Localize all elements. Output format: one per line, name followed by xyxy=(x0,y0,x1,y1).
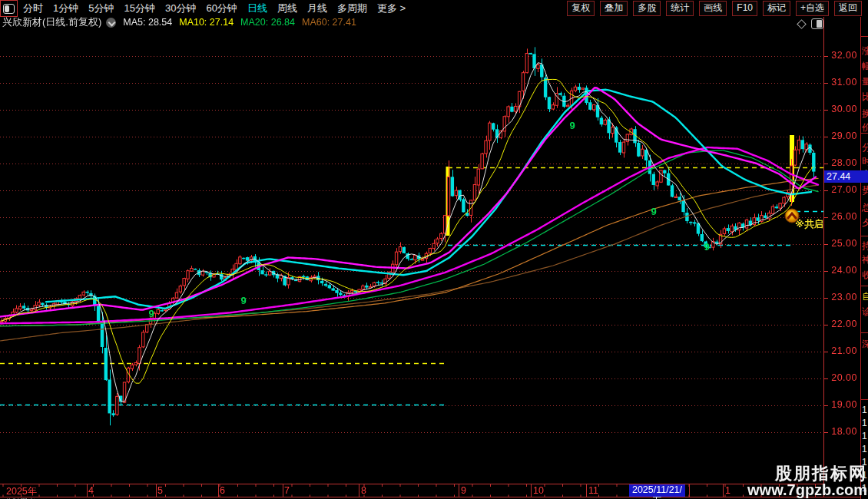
strip-text-fragment[interactable]: 1 xyxy=(862,418,867,428)
strip-text-fragment[interactable]: 1 xyxy=(862,405,867,415)
ma-value: MA10: 27.14 xyxy=(179,17,234,28)
chevron-down-icon[interactable] xyxy=(106,18,116,28)
price-axis-label: 23.00 xyxy=(825,292,857,302)
strip-text-fragment[interactable]: 收 xyxy=(862,269,868,282)
strip-text-fragment[interactable]: 幅 xyxy=(862,60,868,73)
toolbar-button-叠加[interactable]: 叠加 xyxy=(600,1,628,16)
toolbar-button-复权[interactable]: 复权 xyxy=(567,1,595,16)
strip-text-fragment[interactable]: 神 xyxy=(862,253,868,266)
month-label-9: 9 xyxy=(461,485,466,496)
period-tab-分时[interactable]: 分时 xyxy=(23,2,43,15)
strip-text-fragment[interactable]: 自 xyxy=(862,290,868,303)
period-tab-日线[interactable]: 日线 xyxy=(247,2,267,15)
signal-label: ※共启 xyxy=(795,218,823,231)
toolbar-button-返回[interactable]: 返回 xyxy=(834,1,862,16)
trading-app-window: 分时1分钟5分钟15分钟30分钟60分钟日线周线月线多周期更多 > 复权叠加多股… xyxy=(0,0,868,499)
price-axis-label: 19.00 xyxy=(825,399,857,410)
strip-text-fragment[interactable]: 1 xyxy=(862,431,867,441)
toolbar-button-画线[interactable]: 画线 xyxy=(699,1,727,16)
price-axis-label: 29.00 xyxy=(825,131,857,141)
period-tab-月线[interactable]: 月线 xyxy=(307,2,327,15)
period-tab-周线[interactable]: 周线 xyxy=(277,2,297,15)
toolbar-button-标记[interactable]: 标记 xyxy=(763,1,790,16)
layout-toggle-button[interactable] xyxy=(0,0,18,17)
strip-divider xyxy=(861,332,868,333)
strip-text-fragment[interactable]: 夕 xyxy=(862,216,868,230)
period-tab-30分钟[interactable]: 30分钟 xyxy=(165,2,196,15)
price-axis-label: 27.00 xyxy=(825,184,857,195)
top-toolbar: 分时1分钟5分钟15分钟30分钟60分钟日线周线月线多周期更多 > 复权叠加多股… xyxy=(0,0,868,17)
split-pane-icon xyxy=(3,4,15,14)
ma-value: MA20: 26.84 xyxy=(240,17,295,28)
ma-values: MA5: 28.54MA10: 27.14MA20: 26.84MA60: 27… xyxy=(116,17,356,28)
toolbar-button-+自选[interactable]: +自选 xyxy=(796,1,829,16)
panel-toggle-icon[interactable] xyxy=(811,18,823,29)
strip-divider xyxy=(861,399,868,400)
ma-value: MA5: 28.54 xyxy=(123,17,172,28)
price-axis-label: 31.00 xyxy=(825,77,857,88)
price-axis-label: 26.00 xyxy=(825,211,857,222)
period-tab-15分钟[interactable]: 15分钟 xyxy=(124,2,154,15)
period-tab-1分钟[interactable]: 1分钟 xyxy=(53,2,78,15)
month-label-7: 7 xyxy=(284,485,290,496)
month-label-10: 10 xyxy=(533,485,544,496)
period-tab-60分钟[interactable]: 60分钟 xyxy=(206,2,237,15)
price-axis-label: 30.00 xyxy=(825,104,857,114)
stock-title: 兴欣新材(日线.前复权) xyxy=(2,15,101,29)
period-tabs: 分时1分钟5分钟15分钟30分钟60分钟日线周线月线多周期更多 > xyxy=(23,0,406,17)
strip-text-fragment[interactable]: 涨 xyxy=(862,45,868,58)
strip-text-fragment[interactable]: 分 xyxy=(862,141,868,154)
price-axis-label: 22.00 xyxy=(825,319,857,329)
toolbar-right-buttons: 复权叠加多股统计画线F10标记+自选返回 xyxy=(567,1,862,16)
strip-text-fragment[interactable]: 价 xyxy=(862,121,868,134)
period-tab-5分钟[interactable]: 5分钟 xyxy=(88,2,114,15)
period-tab-更多[interactable]: 更多 > xyxy=(377,2,406,15)
watermark-url: www.7gpzb.com xyxy=(747,482,867,498)
price-axis-label: 24.00 xyxy=(825,265,857,276)
right-sidebar-clipped[interactable]: 涨幅量比换价分时走势总夕持神收自诊深1111111 xyxy=(860,0,868,499)
strip-text-fragment[interactable]: 比 xyxy=(862,91,868,104)
strip-text-fragment[interactable]: 深 xyxy=(862,338,868,351)
month-label-11: 11 xyxy=(588,485,598,496)
month-label-4: 4 xyxy=(88,485,94,496)
price-axis-label: 28.00 xyxy=(825,157,857,168)
watermark: 股朋指标网 www.7gpzb.com xyxy=(747,464,867,498)
month-label-6: 6 xyxy=(220,485,225,496)
strip-text-fragment[interactable]: 势 xyxy=(862,184,868,197)
current-price-tag: 27.44 xyxy=(824,170,868,183)
toolbar-button-F10[interactable]: F10 xyxy=(732,1,757,16)
month-label-partial: 1 xyxy=(725,485,731,496)
strip-text-fragment[interactable]: 时 xyxy=(862,155,868,168)
price-axis-label: 25.00 xyxy=(825,238,857,249)
time-axis: 2025年 2025/11/21/五 分时图表 45678910111 xyxy=(0,484,868,499)
toolbar-button-统计[interactable]: 统计 xyxy=(666,1,694,16)
candlestick-chart-canvas[interactable] xyxy=(0,0,868,499)
strip-divider xyxy=(861,286,868,286)
price-axis-label: 21.00 xyxy=(825,345,857,356)
strip-divider xyxy=(861,36,868,37)
month-label-8: 8 xyxy=(361,485,366,496)
period-tab-多周期[interactable]: 多周期 xyxy=(337,2,367,15)
strip-text-fragment[interactable]: 总 xyxy=(862,201,868,214)
strip-text-fragment[interactable]: 量 xyxy=(862,75,868,88)
month-label-5: 5 xyxy=(157,485,163,496)
watermark-site-name: 股朋指标网 xyxy=(747,464,867,482)
strip-text-fragment[interactable]: 诊 xyxy=(862,306,868,319)
price-axis-label: 32.00 xyxy=(825,50,857,61)
strip-text-fragment[interactable]: 持 xyxy=(862,240,868,253)
strip-text-fragment[interactable]: 换 xyxy=(862,107,868,121)
price-axis-label: 18.00 xyxy=(825,426,857,437)
strip-divider xyxy=(861,236,868,236)
strip-text-fragment[interactable]: 1 xyxy=(862,444,867,454)
info-bar: 兴欣新材(日线.前复权) MA5: 28.54MA10: 27.14MA20: … xyxy=(0,17,823,28)
date-tag: 2025/11/21/五 xyxy=(629,484,685,497)
toolbar-button-多股[interactable]: 多股 xyxy=(633,1,661,16)
price-axis-label: 20.00 xyxy=(825,372,857,383)
ma-value: MA60: 27.41 xyxy=(302,17,356,28)
